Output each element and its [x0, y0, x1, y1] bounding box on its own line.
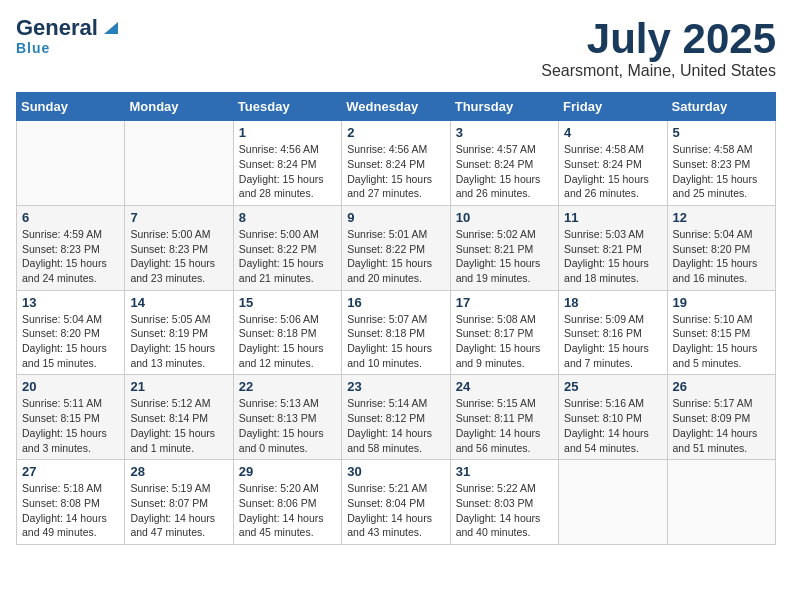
calendar-title: July 2025	[541, 16, 776, 62]
day-number: 10	[456, 210, 553, 225]
day-info: Sunrise: 5:12 AMSunset: 8:14 PMDaylight:…	[130, 396, 227, 455]
calendar-cell: 18Sunrise: 5:09 AMSunset: 8:16 PMDayligh…	[559, 290, 667, 375]
calendar-cell: 23Sunrise: 5:14 AMSunset: 8:12 PMDayligh…	[342, 375, 450, 460]
day-number: 17	[456, 295, 553, 310]
calendar-cell: 4Sunrise: 4:58 AMSunset: 8:24 PMDaylight…	[559, 121, 667, 206]
calendar-cell: 26Sunrise: 5:17 AMSunset: 8:09 PMDayligh…	[667, 375, 775, 460]
day-number: 6	[22, 210, 119, 225]
day-info: Sunrise: 5:09 AMSunset: 8:16 PMDaylight:…	[564, 312, 661, 371]
day-info: Sunrise: 5:04 AMSunset: 8:20 PMDaylight:…	[673, 227, 770, 286]
calendar-table: SundayMondayTuesdayWednesdayThursdayFrid…	[16, 92, 776, 545]
day-info: Sunrise: 5:13 AMSunset: 8:13 PMDaylight:…	[239, 396, 336, 455]
calendar-cell: 31Sunrise: 5:22 AMSunset: 8:03 PMDayligh…	[450, 460, 558, 545]
weekday-header-monday: Monday	[125, 93, 233, 121]
day-number: 28	[130, 464, 227, 479]
day-number: 21	[130, 379, 227, 394]
calendar-cell: 11Sunrise: 5:03 AMSunset: 8:21 PMDayligh…	[559, 205, 667, 290]
calendar-cell: 29Sunrise: 5:20 AMSunset: 8:06 PMDayligh…	[233, 460, 341, 545]
calendar-cell: 17Sunrise: 5:08 AMSunset: 8:17 PMDayligh…	[450, 290, 558, 375]
logo-text-blue: Blue	[16, 40, 50, 56]
calendar-cell	[559, 460, 667, 545]
calendar-cell: 28Sunrise: 5:19 AMSunset: 8:07 PMDayligh…	[125, 460, 233, 545]
day-number: 5	[673, 125, 770, 140]
day-number: 3	[456, 125, 553, 140]
day-info: Sunrise: 5:06 AMSunset: 8:18 PMDaylight:…	[239, 312, 336, 371]
day-info: Sunrise: 5:10 AMSunset: 8:15 PMDaylight:…	[673, 312, 770, 371]
day-number: 23	[347, 379, 444, 394]
calendar-week-row: 13Sunrise: 5:04 AMSunset: 8:20 PMDayligh…	[17, 290, 776, 375]
day-info: Sunrise: 4:59 AMSunset: 8:23 PMDaylight:…	[22, 227, 119, 286]
day-number: 14	[130, 295, 227, 310]
day-info: Sunrise: 5:14 AMSunset: 8:12 PMDaylight:…	[347, 396, 444, 455]
day-number: 25	[564, 379, 661, 394]
calendar-cell: 3Sunrise: 4:57 AMSunset: 8:24 PMDaylight…	[450, 121, 558, 206]
day-number: 24	[456, 379, 553, 394]
calendar-cell: 13Sunrise: 5:04 AMSunset: 8:20 PMDayligh…	[17, 290, 125, 375]
calendar-cell: 6Sunrise: 4:59 AMSunset: 8:23 PMDaylight…	[17, 205, 125, 290]
day-number: 1	[239, 125, 336, 140]
day-number: 30	[347, 464, 444, 479]
day-info: Sunrise: 5:08 AMSunset: 8:17 PMDaylight:…	[456, 312, 553, 371]
day-number: 11	[564, 210, 661, 225]
calendar-cell: 5Sunrise: 4:58 AMSunset: 8:23 PMDaylight…	[667, 121, 775, 206]
day-number: 31	[456, 464, 553, 479]
day-number: 18	[564, 295, 661, 310]
day-number: 15	[239, 295, 336, 310]
calendar-cell: 25Sunrise: 5:16 AMSunset: 8:10 PMDayligh…	[559, 375, 667, 460]
day-info: Sunrise: 5:00 AMSunset: 8:23 PMDaylight:…	[130, 227, 227, 286]
weekday-header-thursday: Thursday	[450, 93, 558, 121]
day-number: 4	[564, 125, 661, 140]
day-info: Sunrise: 5:21 AMSunset: 8:04 PMDaylight:…	[347, 481, 444, 540]
day-number: 22	[239, 379, 336, 394]
logo-triangle-icon	[100, 18, 118, 36]
logo: General Blue	[16, 16, 118, 56]
day-number: 16	[347, 295, 444, 310]
calendar-cell: 21Sunrise: 5:12 AMSunset: 8:14 PMDayligh…	[125, 375, 233, 460]
calendar-cell: 15Sunrise: 5:06 AMSunset: 8:18 PMDayligh…	[233, 290, 341, 375]
calendar-cell: 2Sunrise: 4:56 AMSunset: 8:24 PMDaylight…	[342, 121, 450, 206]
calendar-cell: 19Sunrise: 5:10 AMSunset: 8:15 PMDayligh…	[667, 290, 775, 375]
calendar-cell: 22Sunrise: 5:13 AMSunset: 8:13 PMDayligh…	[233, 375, 341, 460]
calendar-cell: 16Sunrise: 5:07 AMSunset: 8:18 PMDayligh…	[342, 290, 450, 375]
calendar-cell: 1Sunrise: 4:56 AMSunset: 8:24 PMDaylight…	[233, 121, 341, 206]
calendar-cell	[125, 121, 233, 206]
svg-marker-0	[104, 22, 118, 34]
day-number: 8	[239, 210, 336, 225]
calendar-cell: 24Sunrise: 5:15 AMSunset: 8:11 PMDayligh…	[450, 375, 558, 460]
calendar-cell: 7Sunrise: 5:00 AMSunset: 8:23 PMDaylight…	[125, 205, 233, 290]
calendar-subtitle: Searsmont, Maine, United States	[541, 62, 776, 80]
day-info: Sunrise: 4:56 AMSunset: 8:24 PMDaylight:…	[239, 142, 336, 201]
day-info: Sunrise: 5:17 AMSunset: 8:09 PMDaylight:…	[673, 396, 770, 455]
day-info: Sunrise: 4:58 AMSunset: 8:23 PMDaylight:…	[673, 142, 770, 201]
day-info: Sunrise: 4:57 AMSunset: 8:24 PMDaylight:…	[456, 142, 553, 201]
day-info: Sunrise: 4:58 AMSunset: 8:24 PMDaylight:…	[564, 142, 661, 201]
title-area: July 2025 Searsmont, Maine, United State…	[541, 16, 776, 80]
calendar-cell: 9Sunrise: 5:01 AMSunset: 8:22 PMDaylight…	[342, 205, 450, 290]
weekday-header-saturday: Saturday	[667, 93, 775, 121]
weekday-header-row: SundayMondayTuesdayWednesdayThursdayFrid…	[17, 93, 776, 121]
day-info: Sunrise: 5:15 AMSunset: 8:11 PMDaylight:…	[456, 396, 553, 455]
day-info: Sunrise: 5:00 AMSunset: 8:22 PMDaylight:…	[239, 227, 336, 286]
day-info: Sunrise: 5:19 AMSunset: 8:07 PMDaylight:…	[130, 481, 227, 540]
calendar-week-row: 27Sunrise: 5:18 AMSunset: 8:08 PMDayligh…	[17, 460, 776, 545]
calendar-week-row: 20Sunrise: 5:11 AMSunset: 8:15 PMDayligh…	[17, 375, 776, 460]
calendar-cell: 10Sunrise: 5:02 AMSunset: 8:21 PMDayligh…	[450, 205, 558, 290]
day-info: Sunrise: 5:22 AMSunset: 8:03 PMDaylight:…	[456, 481, 553, 540]
day-info: Sunrise: 5:20 AMSunset: 8:06 PMDaylight:…	[239, 481, 336, 540]
day-info: Sunrise: 4:56 AMSunset: 8:24 PMDaylight:…	[347, 142, 444, 201]
day-info: Sunrise: 5:16 AMSunset: 8:10 PMDaylight:…	[564, 396, 661, 455]
calendar-cell: 14Sunrise: 5:05 AMSunset: 8:19 PMDayligh…	[125, 290, 233, 375]
page-header: General Blue July 2025 Searsmont, Maine,…	[16, 16, 776, 80]
day-number: 9	[347, 210, 444, 225]
calendar-cell: 20Sunrise: 5:11 AMSunset: 8:15 PMDayligh…	[17, 375, 125, 460]
calendar-cell	[17, 121, 125, 206]
day-info: Sunrise: 5:05 AMSunset: 8:19 PMDaylight:…	[130, 312, 227, 371]
calendar-week-row: 1Sunrise: 4:56 AMSunset: 8:24 PMDaylight…	[17, 121, 776, 206]
logo-text-general: General	[16, 16, 98, 40]
day-info: Sunrise: 5:01 AMSunset: 8:22 PMDaylight:…	[347, 227, 444, 286]
day-number: 27	[22, 464, 119, 479]
weekday-header-tuesday: Tuesday	[233, 93, 341, 121]
day-info: Sunrise: 5:03 AMSunset: 8:21 PMDaylight:…	[564, 227, 661, 286]
day-number: 12	[673, 210, 770, 225]
day-number: 2	[347, 125, 444, 140]
